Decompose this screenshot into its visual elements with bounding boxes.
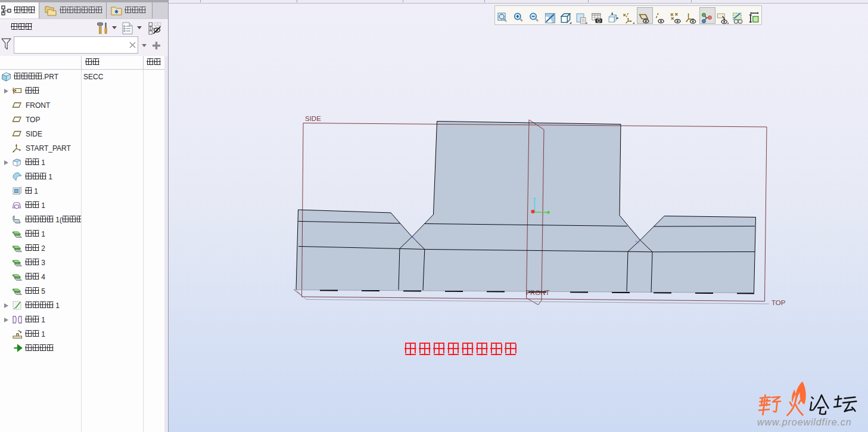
svg-text:www.proewildfire.cn: www.proewildfire.cn — [757, 417, 851, 427]
svg-text:FRONT: FRONT — [526, 289, 550, 296]
svg-text:SIDE: SIDE — [305, 115, 321, 122]
svg-text:TOP: TOP — [771, 299, 786, 306]
